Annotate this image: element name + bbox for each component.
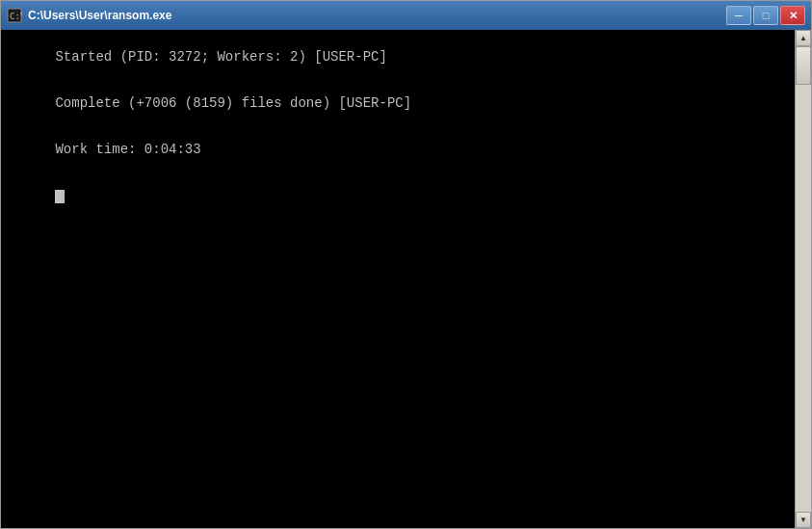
main-window: C:\ C:\Users\User\ransom.exe ─ □ ✕ Start… bbox=[0, 0, 812, 529]
scrollbar-track[interactable] bbox=[796, 46, 811, 512]
scrollbar-thumb[interactable] bbox=[796, 46, 811, 85]
vertical-scrollbar: ▲ ▼ bbox=[795, 30, 811, 528]
scroll-up-button[interactable]: ▲ bbox=[796, 30, 811, 46]
console-line-3: Work time: 0:04:33 bbox=[55, 142, 200, 157]
console-output: Started (PID: 3272; Workers: 2) [USER-PC… bbox=[1, 30, 795, 528]
console-line-2: Complete (+7006 (8159) files done) [USER… bbox=[55, 95, 411, 111]
window-icon: C:\ bbox=[7, 8, 22, 23]
window-title: C:\Users\User\ransom.exe bbox=[28, 9, 726, 22]
svg-text:C:\: C:\ bbox=[10, 12, 22, 21]
cursor-block bbox=[55, 190, 65, 203]
maximize-button[interactable]: □ bbox=[753, 6, 778, 25]
console-line-1: Started (PID: 3272; Workers: 2) [USER-PC… bbox=[55, 49, 386, 65]
title-bar: C:\ C:\Users\User\ransom.exe ─ □ ✕ bbox=[1, 1, 811, 30]
scroll-down-button[interactable]: ▼ bbox=[796, 512, 811, 528]
close-button[interactable]: ✕ bbox=[780, 6, 805, 25]
window-controls: ─ □ ✕ bbox=[726, 6, 805, 25]
minimize-button[interactable]: ─ bbox=[726, 6, 751, 25]
content-area: Started (PID: 3272; Workers: 2) [USER-PC… bbox=[1, 30, 811, 528]
